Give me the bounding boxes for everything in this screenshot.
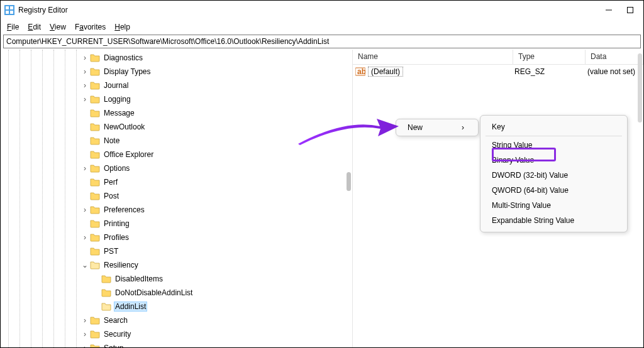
- expand-icon[interactable]: ›: [80, 53, 90, 62]
- tree-item-label: Display Types: [103, 67, 152, 77]
- tree-item[interactable]: Note: [1, 134, 352, 148]
- tree-item-label: Diagnostics: [103, 53, 144, 63]
- tree-item[interactable]: AddinList: [1, 300, 352, 313]
- tree-item-label: Logging: [103, 94, 132, 104]
- list-header: Name Type Data: [353, 50, 643, 65]
- address-bar[interactable]: Computer\HKEY_CURRENT_USER\Software\Micr…: [3, 35, 641, 48]
- tree-item[interactable]: ›Setup: [1, 341, 352, 348]
- tree-item-label: Post: [103, 191, 120, 201]
- menu-edit[interactable]: Edit: [24, 21, 45, 33]
- menu-help[interactable]: Help: [111, 21, 134, 33]
- submenu-item[interactable]: QWORD (64-bit) Value: [480, 183, 627, 198]
- context-menu-new[interactable]: New ›: [396, 119, 478, 136]
- value-data: (value not set): [587, 67, 635, 76]
- title-bar: Registry Editor: [1, 1, 643, 19]
- tree-item[interactable]: Message: [1, 106, 352, 120]
- tree-item[interactable]: ›Profiles: [1, 231, 352, 244]
- context-menu-new-label: New: [408, 123, 423, 132]
- menu-separator: [486, 136, 622, 136]
- submenu-item[interactable]: String Value: [480, 138, 627, 153]
- tree-item-label: Options: [103, 163, 131, 173]
- tree-item[interactable]: ›Display Types: [1, 65, 352, 79]
- col-data[interactable]: Data: [586, 50, 643, 64]
- menu-file[interactable]: File: [3, 21, 23, 33]
- tree-item[interactable]: Perf: [1, 175, 352, 189]
- minimize-button[interactable]: [604, 6, 613, 14]
- tree-item-label: Printing: [103, 219, 131, 229]
- window-title: Registry Editor: [18, 6, 604, 14]
- tree-item-label: Office Explorer: [103, 150, 155, 160]
- svg-rect-6: [628, 8, 633, 13]
- tree-item-label: Profiles: [103, 232, 130, 242]
- context-submenu[interactable]: KeyString ValueBinary ValueDWORD (32-bit…: [480, 115, 628, 232]
- tree-item[interactable]: ›Search: [1, 313, 352, 327]
- tree-item-label: Resiliency: [103, 260, 140, 270]
- expand-icon[interactable]: ›: [80, 205, 90, 214]
- value-row[interactable]: ab (Default) REG_SZ (value not set): [353, 65, 643, 79]
- tree-item[interactable]: ›Preferences: [1, 203, 352, 217]
- expand-icon[interactable]: ›: [80, 81, 90, 90]
- tree-item[interactable]: ⌄Resiliency: [1, 258, 352, 272]
- col-type[interactable]: Type: [513, 50, 586, 64]
- svg-rect-3: [6, 11, 9, 14]
- menu-view[interactable]: View: [46, 21, 70, 33]
- maximize-button[interactable]: [626, 6, 635, 14]
- tree-item-label: PST: [103, 246, 119, 256]
- svg-rect-2: [10, 6, 13, 9]
- tree-item-label: Search: [103, 315, 129, 325]
- expand-icon[interactable]: ⌄: [80, 261, 90, 269]
- tree-item-label: Security: [103, 329, 132, 339]
- tree-item[interactable]: DisabledItems: [1, 272, 352, 286]
- context-menu[interactable]: New ›: [396, 119, 479, 136]
- submenu-item[interactable]: Binary Value: [480, 153, 627, 168]
- expand-icon[interactable]: ›: [80, 67, 90, 76]
- submenu-item[interactable]: Multi-String Value: [480, 198, 627, 213]
- value-list-panel[interactable]: Name Type Data ab (Default) REG_SZ (valu…: [353, 50, 643, 348]
- submenu-arrow-icon: ›: [462, 123, 464, 132]
- submenu-item[interactable]: Expandable String Value: [480, 213, 627, 228]
- tree-item[interactable]: NewOutlook: [1, 120, 352, 134]
- svg-rect-4: [10, 11, 13, 14]
- tree-item[interactable]: ›Security: [1, 327, 352, 341]
- expand-icon[interactable]: ›: [80, 164, 90, 173]
- tree-item-label: Message: [103, 108, 136, 118]
- tree-item[interactable]: Printing: [1, 217, 352, 231]
- tree-item[interactable]: ›Diagnostics: [1, 51, 352, 65]
- submenu-item[interactable]: Key: [480, 119, 627, 134]
- tree-item[interactable]: ›Logging: [1, 92, 352, 106]
- tree-item-label: Perf: [103, 177, 119, 187]
- tree-item-label: NewOutlook: [103, 122, 146, 132]
- expand-icon[interactable]: ›: [80, 95, 90, 104]
- menu-bar: File Edit View Favorites Help: [1, 19, 643, 35]
- tree-item[interactable]: PST: [1, 244, 352, 258]
- expand-icon[interactable]: ›: [80, 330, 90, 339]
- window-controls: [604, 6, 640, 14]
- tree-panel[interactable]: ›Diagnostics›Display Types›Journal›Loggi…: [1, 50, 353, 348]
- tree-item[interactable]: ›Journal: [1, 79, 352, 92]
- tree-item-label: Preferences: [103, 205, 146, 215]
- tree-item-label: DoNotDisableAddinList: [114, 288, 194, 298]
- expand-icon[interactable]: ›: [80, 233, 90, 242]
- svg-rect-1: [6, 6, 9, 9]
- tree-scrollbar-thumb[interactable]: [347, 172, 351, 191]
- tree-item[interactable]: ›Options: [1, 161, 352, 175]
- value-name: (Default): [368, 67, 403, 77]
- tree-item[interactable]: DoNotDisableAddinList: [1, 286, 352, 300]
- tree-item[interactable]: Office Explorer: [1, 148, 352, 161]
- tree-item[interactable]: Post: [1, 189, 352, 203]
- tree-item-label: DisabledItems: [114, 274, 164, 284]
- main-area: ›Diagnostics›Display Types›Journal›Loggi…: [1, 50, 643, 348]
- value-type: REG_SZ: [514, 67, 545, 76]
- menu-favorites[interactable]: Favorites: [71, 21, 109, 33]
- expand-icon[interactable]: ›: [80, 316, 90, 325]
- app-icon: [4, 5, 14, 15]
- expand-icon[interactable]: ›: [80, 344, 90, 348]
- tree-item-label: Note: [103, 136, 121, 146]
- svg-text:ab: ab: [357, 67, 365, 76]
- tree-item-label: Setup: [103, 343, 125, 348]
- tree-item-label: Journal: [103, 80, 130, 90]
- address-text: Computer\HKEY_CURRENT_USER\Software\Micr…: [6, 37, 329, 46]
- list-scrollbar-thumb[interactable]: [638, 53, 642, 122]
- submenu-item[interactable]: DWORD (32-bit) Value: [480, 168, 627, 183]
- col-name[interactable]: Name: [353, 50, 513, 64]
